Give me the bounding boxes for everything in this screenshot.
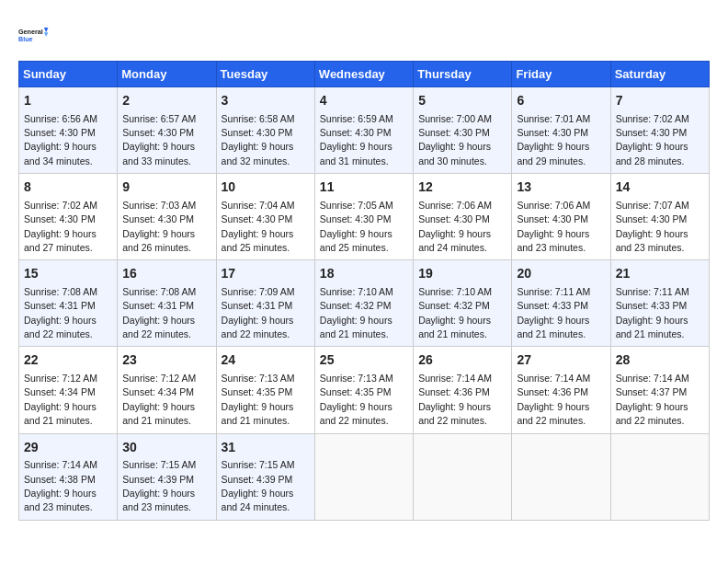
sunrise-text: Sunrise: 7:12 AM xyxy=(122,373,196,384)
day-number: 11 xyxy=(320,178,408,197)
sunset-text: Sunset: 4:30 PM xyxy=(418,127,490,138)
calendar-day-cell: 30Sunrise: 7:15 AMSunset: 4:39 PMDayligh… xyxy=(118,433,216,520)
sunset-text: Sunset: 4:30 PM xyxy=(616,127,688,138)
daylight-text: Daylight: 9 hours and 22 minutes. xyxy=(122,315,195,339)
calendar-day-cell: 19Sunrise: 7:10 AMSunset: 4:32 PMDayligh… xyxy=(414,260,512,347)
sunrise-text: Sunrise: 7:05 AM xyxy=(320,200,393,211)
calendar-day-cell xyxy=(414,433,512,520)
weekday-header: Tuesday xyxy=(216,62,314,87)
daylight-text: Daylight: 9 hours and 23 minutes. xyxy=(517,228,589,253)
daylight-text: Daylight: 9 hours and 21 minutes. xyxy=(320,315,392,339)
calendar-day-cell: 7Sunrise: 7:02 AMSunset: 4:30 PMDaylight… xyxy=(610,87,709,174)
day-number: 29 xyxy=(24,439,112,457)
day-number: 20 xyxy=(517,265,605,283)
page-header: GeneralBlue xyxy=(18,18,710,52)
calendar-day-cell: 18Sunrise: 7:10 AMSunset: 4:32 PMDayligh… xyxy=(314,260,413,347)
day-number: 31 xyxy=(222,439,310,457)
daylight-text: Daylight: 9 hours and 34 minutes. xyxy=(24,141,97,166)
sunrise-text: Sunrise: 7:01 AM xyxy=(517,113,590,124)
calendar-week-row: 8Sunrise: 7:02 AMSunset: 4:30 PMDaylight… xyxy=(19,174,710,260)
daylight-text: Daylight: 9 hours and 30 minutes. xyxy=(418,141,491,166)
day-number: 21 xyxy=(616,265,704,283)
calendar-day-cell: 13Sunrise: 7:06 AMSunset: 4:30 PMDayligh… xyxy=(512,174,610,260)
daylight-text: Daylight: 9 hours and 22 minutes. xyxy=(24,315,97,339)
day-number: 14 xyxy=(616,178,704,197)
calendar-day-cell: 25Sunrise: 7:13 AMSunset: 4:35 PMDayligh… xyxy=(314,347,413,433)
day-number: 16 xyxy=(122,265,210,283)
daylight-text: Daylight: 9 hours and 25 minutes. xyxy=(222,228,294,253)
sunset-text: Sunset: 4:30 PM xyxy=(222,127,293,138)
calendar-day-cell: 2Sunrise: 6:57 AMSunset: 4:30 PMDaylight… xyxy=(118,87,216,174)
calendar-day-cell: 1Sunrise: 6:56 AMSunset: 4:30 PMDaylight… xyxy=(19,87,118,174)
daylight-text: Daylight: 9 hours and 26 minutes. xyxy=(122,228,195,253)
sunset-text: Sunset: 4:33 PM xyxy=(616,300,688,311)
svg-marker-2 xyxy=(44,28,49,32)
daylight-text: Daylight: 9 hours and 22 minutes. xyxy=(222,315,294,339)
weekday-header: Thursday xyxy=(414,62,512,87)
calendar-day-cell: 29Sunrise: 7:14 AMSunset: 4:38 PMDayligh… xyxy=(19,433,118,520)
calendar-day-cell: 31Sunrise: 7:15 AMSunset: 4:39 PMDayligh… xyxy=(216,433,314,520)
logo-icon: GeneralBlue xyxy=(18,18,51,52)
svg-text:Blue: Blue xyxy=(18,35,33,43)
calendar-day-cell: 3Sunrise: 6:58 AMSunset: 4:30 PMDaylight… xyxy=(216,87,314,174)
sunset-text: Sunset: 4:30 PM xyxy=(418,213,490,224)
sunset-text: Sunset: 4:36 PM xyxy=(418,386,490,397)
sunrise-text: Sunrise: 6:58 AM xyxy=(222,113,295,124)
sunset-text: Sunset: 4:31 PM xyxy=(222,300,293,311)
sunset-text: Sunset: 4:30 PM xyxy=(24,213,96,224)
daylight-text: Daylight: 9 hours and 21 minutes. xyxy=(517,315,589,339)
day-number: 7 xyxy=(616,92,704,110)
sunset-text: Sunset: 4:35 PM xyxy=(320,386,392,397)
sunset-text: Sunset: 4:33 PM xyxy=(517,300,588,311)
sunrise-text: Sunrise: 7:10 AM xyxy=(320,286,393,297)
daylight-text: Daylight: 9 hours and 29 minutes. xyxy=(517,141,589,166)
daylight-text: Daylight: 9 hours and 27 minutes. xyxy=(24,228,97,253)
sunset-text: Sunset: 4:30 PM xyxy=(24,127,96,138)
calendar-day-cell: 20Sunrise: 7:11 AMSunset: 4:33 PMDayligh… xyxy=(512,260,610,347)
calendar-day-cell: 24Sunrise: 7:13 AMSunset: 4:35 PMDayligh… xyxy=(216,347,314,433)
calendar-day-cell: 23Sunrise: 7:12 AMSunset: 4:34 PMDayligh… xyxy=(118,347,216,433)
day-number: 24 xyxy=(222,351,310,370)
sunset-text: Sunset: 4:35 PM xyxy=(222,386,293,397)
daylight-text: Daylight: 9 hours and 32 minutes. xyxy=(222,141,294,166)
sunrise-text: Sunrise: 7:08 AM xyxy=(24,286,97,297)
weekday-header: Sunday xyxy=(19,62,118,87)
day-number: 25 xyxy=(320,351,408,370)
day-number: 30 xyxy=(122,439,210,457)
sunset-text: Sunset: 4:30 PM xyxy=(320,213,392,224)
day-number: 4 xyxy=(320,92,408,110)
sunrise-text: Sunrise: 7:14 AM xyxy=(418,373,492,384)
sunrise-text: Sunrise: 7:08 AM xyxy=(122,286,196,297)
sunset-text: Sunset: 4:36 PM xyxy=(517,386,588,397)
calendar-day-cell xyxy=(610,433,709,520)
calendar-day-cell: 14Sunrise: 7:07 AMSunset: 4:30 PMDayligh… xyxy=(610,174,709,260)
daylight-text: Daylight: 9 hours and 31 minutes. xyxy=(320,141,392,166)
sunset-text: Sunset: 4:32 PM xyxy=(320,300,392,311)
calendar-day-cell: 9Sunrise: 7:03 AMSunset: 4:30 PMDaylight… xyxy=(118,174,216,260)
weekday-header: Saturday xyxy=(610,62,709,87)
day-number: 22 xyxy=(24,351,112,370)
calendar-week-row: 15Sunrise: 7:08 AMSunset: 4:31 PMDayligh… xyxy=(19,260,710,347)
sunset-text: Sunset: 4:30 PM xyxy=(320,127,392,138)
calendar-day-cell xyxy=(314,433,413,520)
sunset-text: Sunset: 4:30 PM xyxy=(122,127,194,138)
sunrise-text: Sunrise: 7:12 AM xyxy=(24,373,97,384)
sunset-text: Sunset: 4:34 PM xyxy=(122,386,194,397)
daylight-text: Daylight: 9 hours and 21 minutes. xyxy=(616,315,688,339)
day-number: 3 xyxy=(222,92,310,110)
sunrise-text: Sunrise: 7:02 AM xyxy=(616,113,689,124)
calendar-week-row: 22Sunrise: 7:12 AMSunset: 4:34 PMDayligh… xyxy=(19,347,710,433)
daylight-text: Daylight: 9 hours and 21 minutes. xyxy=(24,401,97,426)
sunset-text: Sunset: 4:30 PM xyxy=(222,213,293,224)
sunset-text: Sunset: 4:31 PM xyxy=(24,300,96,311)
sunset-text: Sunset: 4:37 PM xyxy=(616,386,688,397)
sunset-text: Sunset: 4:30 PM xyxy=(517,213,588,224)
daylight-text: Daylight: 9 hours and 25 minutes. xyxy=(320,228,392,253)
calendar-day-cell: 22Sunrise: 7:12 AMSunset: 4:34 PMDayligh… xyxy=(19,347,118,433)
day-number: 15 xyxy=(24,265,112,283)
sunrise-text: Sunrise: 6:59 AM xyxy=(320,113,393,124)
day-number: 26 xyxy=(418,351,506,370)
svg-marker-3 xyxy=(44,32,49,37)
daylight-text: Daylight: 9 hours and 28 minutes. xyxy=(616,141,688,166)
sunrise-text: Sunrise: 7:13 AM xyxy=(320,373,393,384)
